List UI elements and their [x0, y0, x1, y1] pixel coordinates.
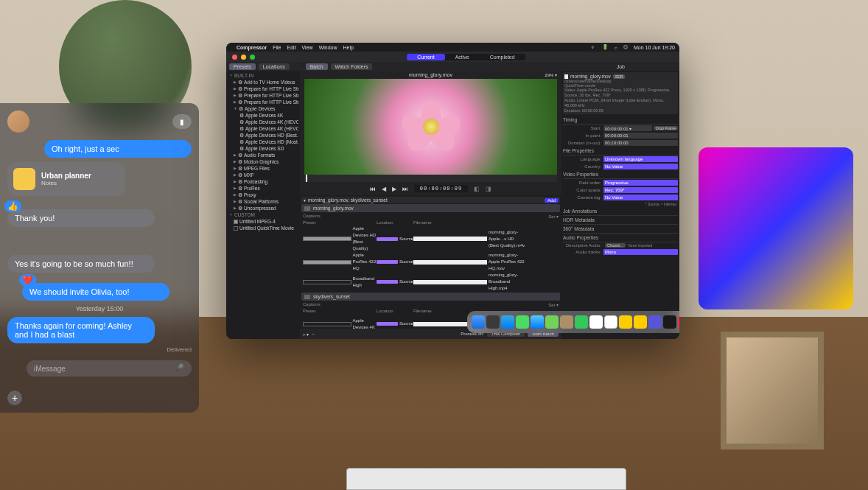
tree-item[interactable]: ▶⚙ Prepare for HTTP Live Strea…	[228, 99, 298, 105]
tree-item[interactable]: ⚙ Apple Devices HD (Most…	[228, 139, 298, 145]
set-dropdown[interactable]: Set ▾	[413, 302, 559, 307]
tree-item[interactable]: ⚙ Apple Devices 4K	[228, 112, 298, 119]
close-button[interactable]	[232, 55, 237, 60]
menu-item[interactable]: View	[302, 45, 313, 50]
tree-item[interactable]: ▶⚙ Social Platforms	[228, 198, 298, 205]
maps-icon[interactable]	[545, 315, 559, 329]
tree-item[interactable]: Untitled MPEG-4	[228, 218, 298, 225]
video-preview[interactable]	[304, 79, 557, 175]
tab-active[interactable]: Active	[445, 54, 480, 60]
hdr-section[interactable]: HDR Metadata	[563, 216, 678, 225]
photos-icon[interactable]	[560, 315, 573, 329]
batch-row[interactable]: Broadband High Source morning_glory-Broa…	[301, 272, 560, 292]
batch-tab[interactable]: Batch	[306, 63, 328, 70]
colorspace-dropdown[interactable]: Rec. 709*	[603, 187, 678, 193]
start-time-field[interactable]: 00:00:00:01 ▾	[603, 125, 652, 131]
control-center-icon[interactable]: ⏣	[623, 44, 628, 50]
tree-item[interactable]: ⚙ Apple Devices 4K (HEVC…	[228, 119, 298, 125]
tab-completed[interactable]: Completed	[480, 54, 525, 60]
mail-icon[interactable]	[531, 315, 544, 329]
tree-item[interactable]: ▶⚙ Add to TV Home Videos	[228, 79, 298, 85]
mark-in-button[interactable]: ◧	[474, 186, 480, 192]
country-dropdown[interactable]: No Value	[603, 164, 678, 169]
wifi-icon[interactable]: ᯤ	[591, 45, 596, 50]
360-section[interactable]: 360° Metadata	[563, 225, 678, 234]
play-button[interactable]: ▶	[392, 186, 396, 192]
remove-button[interactable]: −	[312, 332, 315, 336]
mark-out-button[interactable]: ◨	[486, 186, 491, 192]
menu-item[interactable]: Edit	[287, 45, 296, 50]
tree-item[interactable]: ▼⚙ Apple Devices	[228, 105, 298, 112]
add-button[interactable]: Add	[545, 198, 559, 203]
duration-field[interactable]: 00:10:00:00	[603, 140, 678, 146]
presets-tab[interactable]: Presets	[229, 63, 256, 70]
maximize-button[interactable]	[250, 55, 255, 60]
battery-icon[interactable]: 🔋	[602, 44, 609, 50]
freeform-icon[interactable]	[648, 315, 662, 329]
tree-item[interactable]: ▶⚙ Prepare for HTTP Live Strea…	[228, 85, 298, 92]
field-order-dropdown[interactable]: Progressive	[603, 180, 678, 186]
tree-item[interactable]: ▶⚙ Audio Formats	[228, 152, 298, 158]
add-menu-button[interactable]: + ▾	[303, 332, 309, 337]
tree-item[interactable]: ⚙ Apple Devices 4K (HEVC…	[228, 125, 298, 132]
zoom-control[interactable]: 29% ▾	[545, 72, 557, 77]
menu-item[interactable]: Help	[343, 45, 354, 50]
tree-item[interactable]: ▶⚙ MPEG Files	[228, 165, 298, 172]
contact-avatar[interactable]	[7, 111, 29, 133]
facetime-button[interactable]: ▮	[172, 114, 192, 129]
search-icon[interactable]: ⌕	[615, 45, 617, 50]
choose-button[interactable]: Choose…	[605, 243, 626, 248]
tree-item[interactable]: ▶⚙ Uncompressed	[228, 205, 298, 211]
timeline-scrubber[interactable]	[304, 175, 557, 182]
tv-icon[interactable]	[663, 315, 676, 329]
watch-folders-tab[interactable]: Watch Folders	[331, 63, 373, 70]
batch-file[interactable]: skydivers_sunset	[301, 293, 560, 301]
prev-frame-button[interactable]: ⏮	[370, 186, 376, 192]
tab-current[interactable]: Current	[407, 54, 444, 60]
minimize-button[interactable]	[241, 55, 246, 60]
tree-item[interactable]: ▶⚙ MXF	[228, 172, 298, 178]
tree-item[interactable]: ⚙ Apple Devices SD	[228, 145, 298, 152]
camera-log-dropdown[interactable]: No Value	[603, 195, 678, 200]
notes-attachment[interactable]: Urban planner Notes	[7, 162, 125, 196]
locations-tab[interactable]: Locations	[259, 63, 290, 70]
music-icon[interactable]	[678, 315, 679, 329]
menu-item[interactable]: File	[273, 45, 281, 50]
set-dropdown[interactable]: Set ▾	[413, 214, 559, 219]
batch-row[interactable]: Apple ProRes 422 HQ Source morning_glory…	[301, 252, 560, 272]
batch-row[interactable]: Apple Devices HD (Best Quality) Source m…	[301, 225, 560, 252]
calendar-icon[interactable]	[589, 315, 603, 329]
launchpad-icon[interactable]	[486, 315, 500, 329]
menu-item[interactable]: Window	[319, 45, 337, 50]
finder-icon[interactable]	[472, 315, 485, 329]
audio-tracks-dropdown[interactable]: Mono	[603, 249, 678, 255]
next-frame-button[interactable]: ⏭	[402, 186, 408, 192]
floating-photo[interactable]	[699, 147, 853, 309]
attach-button[interactable]: +	[7, 391, 22, 405]
menubar-clock[interactable]: Mon 10 Jun 19:20	[634, 45, 675, 50]
tree-item[interactable]: ▶⚙ Motion Graphics	[228, 158, 298, 165]
batch-file[interactable]: morning_glory.mov	[301, 204, 560, 212]
tree-item[interactable]: ▶⚙ Proxy	[228, 192, 298, 198]
language-dropdown[interactable]: Unknown language	[603, 156, 678, 162]
annotations-section[interactable]: Job Annotations	[563, 207, 678, 216]
message-input[interactable]: iMessage 🎤	[27, 360, 192, 377]
tree-item[interactable]: ▶⚙ ProRes	[228, 185, 298, 192]
timecode-display[interactable]: 00:00:00:09	[414, 185, 468, 192]
mic-icon[interactable]: 🎤	[173, 363, 184, 374]
tree-item[interactable]: Untitled QuickTime Movie	[228, 225, 298, 231]
step-back-button[interactable]: ◀	[382, 186, 386, 192]
app-name[interactable]: Compressor	[237, 45, 267, 50]
contacts-icon[interactable]	[604, 315, 617, 329]
input-placeholder: iMessage	[34, 365, 66, 373]
notes-icon[interactable]	[634, 315, 647, 329]
drop-frame-toggle[interactable]: Drop Frame	[654, 126, 678, 130]
tree-item[interactable]: ⚙ Apple Devices HD (Best…	[228, 132, 298, 139]
tree-item[interactable]: ▶⚙ Podcasting	[228, 178, 298, 185]
in-point-field[interactable]: 00:00:00:01	[603, 133, 678, 139]
safari-icon[interactable]	[501, 315, 514, 329]
reminders-icon[interactable]	[619, 315, 632, 329]
facetime-icon[interactable]	[575, 315, 588, 329]
messages-icon[interactable]	[516, 315, 529, 329]
tree-item[interactable]: ▶⚙ Prepare for HTTP Live Strea…	[228, 92, 298, 99]
